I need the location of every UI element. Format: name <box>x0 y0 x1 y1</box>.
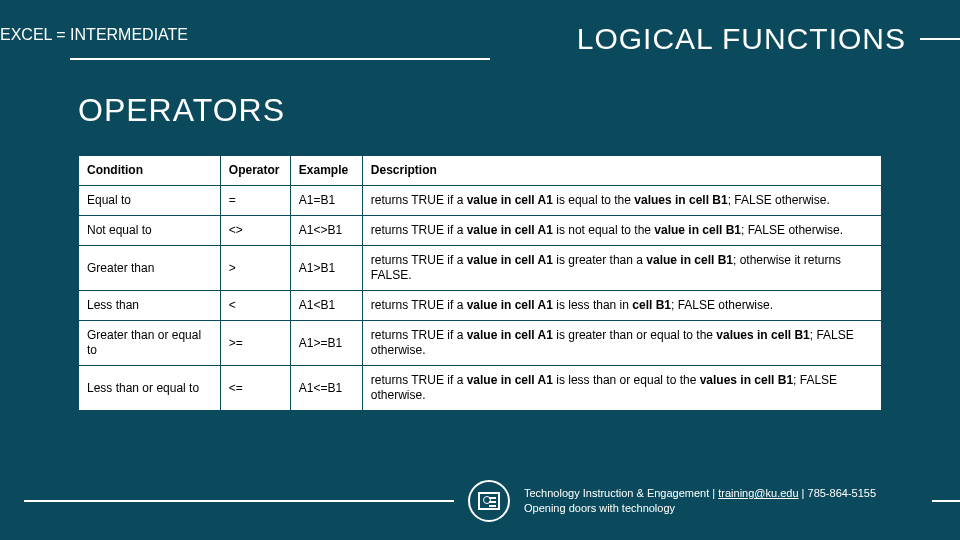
th-description: Description <box>362 156 881 186</box>
cell-example: A1<=B1 <box>290 366 362 411</box>
page-title: LOGICAL FUNCTIONS <box>577 22 906 56</box>
cell-condition: Less than <box>79 291 221 321</box>
cell-condition: Greater than <box>79 246 221 291</box>
cell-description: returns TRUE if a value in cell A1 is le… <box>362 291 881 321</box>
footer-phone: | 785-864-5155 <box>799 487 876 499</box>
table-row: Less than<A1<B1returns TRUE if a value i… <box>79 291 882 321</box>
cell-operator: <> <box>220 216 290 246</box>
footer-rule-left <box>24 500 454 502</box>
cell-operator: = <box>220 186 290 216</box>
cell-example: A1<B1 <box>290 291 362 321</box>
th-condition: Condition <box>79 156 221 186</box>
cell-description: returns TRUE if a value in cell A1 is eq… <box>362 186 881 216</box>
cell-operator: >= <box>220 321 290 366</box>
th-example: Example <box>290 156 362 186</box>
cell-condition: Equal to <box>79 186 221 216</box>
cell-example: A1>B1 <box>290 246 362 291</box>
cell-operator: > <box>220 246 290 291</box>
footer-text: Technology Instruction & Engagement | tr… <box>524 486 876 516</box>
cell-example: A1>=B1 <box>290 321 362 366</box>
table-row: Greater than>A1>B1returns TRUE if a valu… <box>79 246 882 291</box>
footer-org: Technology Instruction & Engagement | <box>524 487 718 499</box>
cell-condition: Not equal to <box>79 216 221 246</box>
table-row: Not equal to<>A1<>B1returns TRUE if a va… <box>79 216 882 246</box>
header-title-wrap: LOGICAL FUNCTIONS <box>577 22 960 56</box>
table-row: Equal to=A1=B1returns TRUE if a value in… <box>79 186 882 216</box>
cell-description: returns TRUE if a value in cell A1 is gr… <box>362 246 881 291</box>
table-row: Less than or equal to<=A1<=B1returns TRU… <box>79 366 882 411</box>
cell-description: returns TRUE if a value in cell A1 is le… <box>362 366 881 411</box>
cell-operator: <= <box>220 366 290 411</box>
footer: Technology Instruction & Engagement | tr… <box>0 480 960 522</box>
footer-email-link[interactable]: training@ku.edu <box>718 487 798 499</box>
cell-description: returns TRUE if a value in cell A1 is gr… <box>362 321 881 366</box>
footer-tagline: Opening doors with technology <box>524 501 876 516</box>
cell-operator: < <box>220 291 290 321</box>
footer-rule-right <box>932 500 960 502</box>
table-row: Greater than or equal to>=A1>=B1returns … <box>79 321 882 366</box>
cell-example: A1<>B1 <box>290 216 362 246</box>
th-operator: Operator <box>220 156 290 186</box>
table-header-row: Condition Operator Example Description <box>79 156 882 186</box>
cell-example: A1=B1 <box>290 186 362 216</box>
cell-condition: Less than or equal to <box>79 366 221 411</box>
cell-condition: Greater than or equal to <box>79 321 221 366</box>
training-icon <box>468 480 510 522</box>
cell-description: returns TRUE if a value in cell A1 is no… <box>362 216 881 246</box>
section-title: OPERATORS <box>78 92 285 129</box>
operators-table: Condition Operator Example Description E… <box>78 155 882 411</box>
header-rule-right <box>920 38 960 40</box>
header-rule-left <box>70 58 490 60</box>
